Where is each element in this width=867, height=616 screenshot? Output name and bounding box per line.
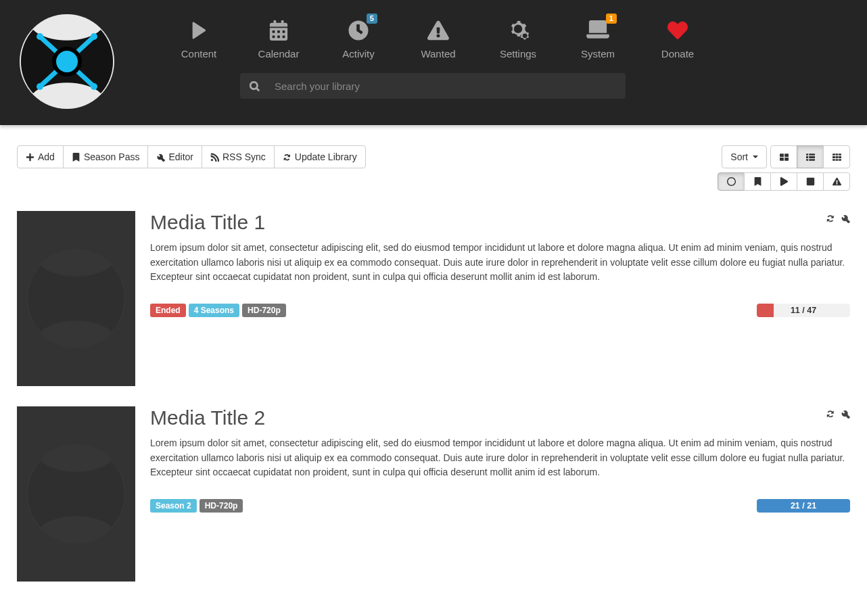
poster[interactable] xyxy=(17,211,135,386)
view-list-button[interactable] xyxy=(797,145,824,168)
media-description: Lorem ipsum dolor sit amet, consectetur … xyxy=(150,241,850,285)
svg-point-8 xyxy=(37,83,43,90)
media-label: HD-720p xyxy=(200,499,243,513)
filter-ended-button[interactable] xyxy=(797,172,824,191)
bookmark-icon xyxy=(72,153,80,162)
progress-wrap: 11 / 47 xyxy=(757,304,850,317)
media-content: Media Title 2 Lorem ipsum dolor sit amet… xyxy=(150,406,850,582)
app-logo[interactable] xyxy=(17,14,117,110)
rss-icon xyxy=(210,153,219,162)
primary-nav: Content Calendar 5 Activity Wanted Setti… xyxy=(159,0,850,60)
svg-point-5 xyxy=(37,33,43,40)
laptop-icon xyxy=(586,20,609,41)
nav-label: Calendar xyxy=(239,48,319,60)
filter-missing-button[interactable] xyxy=(823,172,850,191)
poster-placeholder-icon xyxy=(24,442,128,546)
filter-all-button[interactable] xyxy=(718,172,745,191)
item-actions xyxy=(826,214,850,223)
cogs-icon xyxy=(507,20,530,41)
media-content: Media Title 1 Lorem ipsum dolor sit amet… xyxy=(150,211,850,386)
item-refresh-icon[interactable] xyxy=(826,409,835,419)
media-label: Season 2 xyxy=(150,499,197,513)
nav-label: Content xyxy=(159,48,239,60)
search-group xyxy=(240,73,626,99)
app-header: Content Calendar 5 Activity Wanted Setti… xyxy=(0,0,867,125)
progress-wrap: 21 / 21 xyxy=(757,499,850,513)
svg-point-10 xyxy=(56,51,78,72)
media-title[interactable]: Media Title 1 xyxy=(150,211,850,234)
nav-content[interactable]: Content xyxy=(159,14,239,60)
toolbar: Add Season Pass Editor RSS Sync Update L… xyxy=(17,145,850,191)
svg-point-14 xyxy=(64,481,89,507)
label-row: Ended4 SeasonsHD-720p 11 / 47 xyxy=(150,304,850,317)
update-library-label: Update Library xyxy=(295,150,357,164)
search-row xyxy=(240,73,850,99)
view-grid-button[interactable] xyxy=(770,145,797,168)
media-item: Media Title 2 Lorem ipsum dolor sit amet… xyxy=(17,406,850,582)
poster[interactable] xyxy=(17,406,135,582)
svg-point-12 xyxy=(64,286,89,312)
play-icon xyxy=(191,20,207,41)
warning-icon xyxy=(833,177,841,186)
nav-activity[interactable]: 5 Activity xyxy=(319,14,398,60)
nav-system[interactable]: 1 System xyxy=(558,14,638,60)
wrench-icon xyxy=(156,153,165,162)
item-actions xyxy=(826,409,850,419)
media-label: 4 Seasons xyxy=(189,304,239,317)
rss-sync-button[interactable]: RSS Sync xyxy=(202,145,275,168)
calendar-icon xyxy=(268,20,289,41)
add-button[interactable]: Add xyxy=(17,145,64,168)
item-refresh-icon[interactable] xyxy=(826,214,835,223)
media-label: Ended xyxy=(150,304,186,317)
heart-icon xyxy=(667,20,688,41)
media-label: HD-720p xyxy=(242,304,286,317)
sort-label: Sort xyxy=(730,150,748,164)
play-icon xyxy=(780,177,789,186)
plus-icon xyxy=(26,153,34,162)
search-icon xyxy=(250,81,260,91)
nav-settings[interactable]: Settings xyxy=(478,14,558,60)
nav-label: System xyxy=(558,48,638,60)
sort-button[interactable]: Sort xyxy=(722,145,767,168)
update-library-button[interactable]: Update Library xyxy=(274,145,366,168)
editor-button[interactable]: Editor xyxy=(147,145,202,168)
th-list-icon xyxy=(806,153,815,162)
toolbar-right: Sort xyxy=(718,145,850,191)
warning-icon xyxy=(427,20,449,41)
bookmark-icon xyxy=(753,177,762,186)
nav-wanted[interactable]: Wanted xyxy=(398,14,478,60)
caret-down-icon xyxy=(753,156,758,158)
editor-label: Editor xyxy=(168,150,193,164)
filter-continuing-button[interactable] xyxy=(770,172,797,191)
view-table-button[interactable] xyxy=(823,145,850,168)
progress: 11 / 47 xyxy=(757,304,850,317)
nav-donate[interactable]: Donate xyxy=(638,14,718,60)
page-body: Add Season Pass Editor RSS Sync Update L… xyxy=(0,125,867,616)
activity-badge: 5 xyxy=(367,14,377,24)
nav-label: Wanted xyxy=(398,48,478,60)
progress: 21 / 21 xyxy=(757,499,850,513)
media-list: Media Title 1 Lorem ipsum dolor sit amet… xyxy=(17,211,850,582)
nav-label: Activity xyxy=(319,48,398,60)
filter-monitored-button[interactable] xyxy=(744,172,771,191)
toolbar-left: Add Season Pass Editor RSS Sync Update L… xyxy=(17,145,366,168)
progress-text: 11 / 47 xyxy=(757,304,850,317)
nav-calendar[interactable]: Calendar xyxy=(239,14,319,60)
th-large-icon xyxy=(780,153,789,162)
system-badge: 1 xyxy=(606,14,617,24)
season-pass-button[interactable]: Season Pass xyxy=(63,145,149,168)
media-title[interactable]: Media Title 2 xyxy=(150,406,850,429)
item-edit-icon[interactable] xyxy=(841,214,850,223)
th-icon xyxy=(833,153,841,162)
add-label: Add xyxy=(38,150,55,164)
progress-text: 21 / 21 xyxy=(757,499,850,513)
poster-placeholder-icon xyxy=(24,246,128,351)
svg-point-7 xyxy=(91,83,97,90)
stop-icon xyxy=(806,177,815,186)
season-pass-label: Season Pass xyxy=(84,150,140,164)
item-edit-icon[interactable] xyxy=(841,409,850,419)
search-input[interactable] xyxy=(275,80,616,92)
label-row: Season 2HD-720p 21 / 21 xyxy=(150,499,850,513)
svg-point-6 xyxy=(91,33,97,40)
media-item: Media Title 1 Lorem ipsum dolor sit amet… xyxy=(17,211,850,386)
